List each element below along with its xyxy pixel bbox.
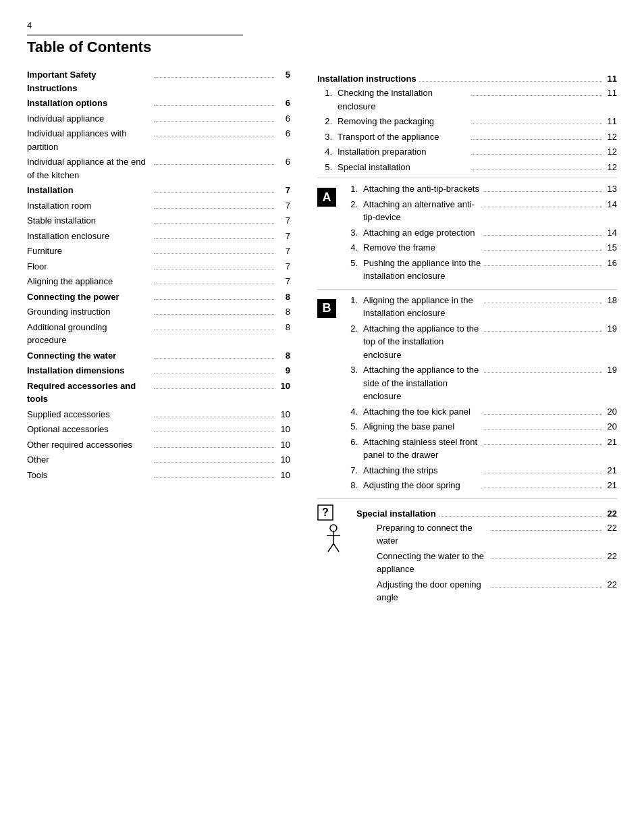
toc-dots — [154, 192, 275, 193]
toc-dots — [154, 462, 275, 463]
entry-dots — [484, 191, 602, 192]
svg-line-5 — [328, 544, 333, 552]
entry-dots — [484, 235, 602, 236]
left-toc-entry: Other required accessories 10 — [27, 438, 290, 452]
entry-number: 1. — [343, 294, 363, 307]
entry-page: 22 — [605, 521, 617, 535]
toc-page-number: 7 — [278, 230, 290, 243]
left-toc-entry: Installation options 6 — [27, 97, 290, 110]
entry-label: Adjusting the door opening angle — [377, 578, 488, 604]
entry-page: 12 — [605, 145, 617, 159]
left-toc-entry: Floor 7 — [27, 260, 290, 273]
toc-page-number: 8 — [278, 349, 290, 363]
entry-page: 13 — [605, 182, 617, 196]
top-line — [27, 34, 243, 36]
toc-dots — [154, 417, 275, 417]
toc-dots — [154, 253, 275, 254]
entry-dots — [471, 124, 602, 124]
entry-label: Adjusting the door spring — [363, 479, 481, 492]
toc-page-number: 8 — [278, 321, 290, 334]
entry-number: 6. — [343, 436, 363, 449]
toc-dots — [154, 284, 275, 284]
left-toc-entry: Installation room 7 — [27, 199, 290, 213]
toc-dots — [154, 373, 275, 373]
toc-entry-label: Installation options — [27, 97, 151, 110]
left-toc-entry: Important Safety Instructions 5 — [27, 68, 290, 95]
entry-label: Removing the packaging — [338, 115, 468, 128]
entry-label: Attaching the toe kick panel — [363, 405, 481, 419]
toc-dots — [154, 447, 275, 448]
toc-sub-entry: 5.Aligning the base panel 20 — [343, 420, 617, 434]
left-column: Important Safety Instructions 5Installat… — [27, 68, 290, 484]
toc-page-number: 6 — [278, 127, 290, 140]
entry-page: 12 — [605, 161, 617, 174]
entry-page: 19 — [605, 363, 617, 377]
special-installation-header: Special installation 22 — [356, 509, 617, 519]
section-divider — [317, 289, 617, 290]
toc-page-number: 7 — [278, 214, 290, 228]
entry-number: 7. — [343, 464, 363, 477]
entry-dots — [484, 207, 602, 207]
special-installation-label: Special installation — [356, 509, 436, 519]
entry-dots — [484, 473, 602, 473]
entry-dots — [471, 154, 602, 155]
entry-label: Installation preparation — [338, 145, 468, 159]
toc-page-number: 7 — [278, 244, 290, 258]
section-header-dots — [419, 81, 602, 82]
toc-page-number: 10 — [278, 408, 290, 421]
left-toc-entry: Connecting the power 8 — [27, 290, 290, 304]
toc-dots — [154, 269, 275, 269]
toc-sub-entry: 8.Adjusting the door spring 21 — [343, 479, 617, 492]
toc-entry-label: Floor — [27, 260, 151, 273]
toc-dots — [154, 238, 275, 239]
special-installation-entries: Special installation 22Preparing to conn… — [356, 503, 617, 606]
toc-dots — [154, 299, 275, 300]
page-title: Table of Contents — [27, 38, 617, 56]
svg-line-6 — [333, 544, 339, 552]
entry-label: Checking the installation enclosure — [338, 86, 468, 113]
entry-dots — [484, 429, 602, 429]
entry-number: 3. — [343, 226, 363, 240]
entry-dots — [491, 530, 602, 531]
right-column: Installation instructions 111.Checking t… — [317, 68, 617, 609]
toc-dots — [154, 208, 275, 209]
entry-dots — [484, 265, 602, 266]
left-toc-entry: Individual appliance at the end of the k… — [27, 155, 290, 182]
left-toc-entry: Tools 10 — [27, 469, 290, 482]
entry-label: Attaching the anti-tip-brackets — [363, 182, 481, 196]
section-b: B1.Aligning the appliance in the install… — [317, 294, 617, 494]
entry-number: 1. — [343, 182, 363, 196]
toc-entry-label: Individual appliance — [27, 112, 151, 126]
section-divider — [317, 178, 617, 178]
special-entry: Preparing to connect the water22 — [356, 521, 617, 548]
entry-label: Attaching an edge protection — [363, 226, 481, 240]
entry-dots — [484, 250, 602, 251]
toc-page-number: 10 — [278, 380, 290, 393]
special-installation-page: 22 — [605, 509, 617, 519]
left-toc-entry: Individual appliance 6 — [27, 112, 290, 126]
entry-dots — [471, 170, 602, 170]
toc-dots — [154, 136, 275, 136]
entry-label: Attaching an alternative anti-tip-device — [363, 198, 481, 224]
toc-page-number: 6 — [278, 112, 290, 126]
toc-sub-entry: 7.Attaching the strips 21 — [343, 464, 617, 477]
left-toc-entry: Installation enclosure 7 — [27, 230, 290, 243]
toc-entry-label: Installation room — [27, 199, 151, 213]
entry-page: 21 — [605, 479, 617, 492]
entry-page: 14 — [605, 198, 617, 211]
toc-sub-entry: 4.Remove the frame 15 — [343, 241, 617, 255]
entry-page: 22 — [605, 578, 617, 592]
entry-dots — [491, 587, 602, 588]
toc-dots — [154, 358, 275, 359]
toc-page-number: 10 — [278, 423, 290, 436]
toc-sub-entry: 5.Special installation 12 — [317, 161, 617, 174]
special-installation-dots — [439, 516, 602, 517]
section-divider — [317, 498, 617, 499]
entry-number: 3. — [317, 130, 338, 144]
left-toc-entry: Optional accessories 10 — [27, 423, 290, 436]
left-toc-entry: Installation dimensions 9 — [27, 364, 290, 377]
toc-page-number: 5 — [278, 68, 290, 82]
section-header: Installation instructions 11 — [317, 74, 617, 84]
entry-number: 8. — [343, 479, 363, 492]
entry-dots — [484, 372, 602, 373]
